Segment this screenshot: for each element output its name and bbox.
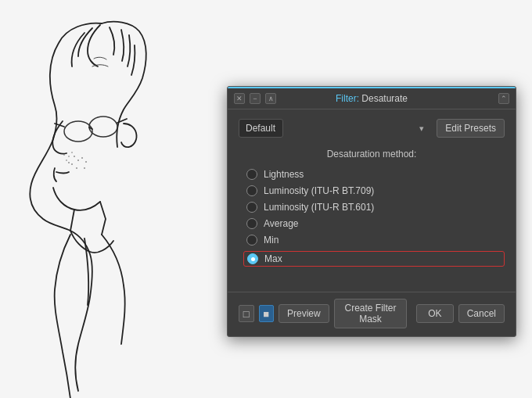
radio-label-average: Average: [264, 218, 298, 229]
radio-luminosity-709[interactable]: [246, 185, 257, 196]
section-label: Desaturation method:: [239, 149, 505, 160]
radio-label-min: Min: [264, 235, 279, 246]
dialog-footer: □ ■ Preview Create Filter Mask OK Cancel: [228, 292, 516, 336]
radio-label-max: Max: [264, 253, 282, 264]
radio-label-lightness: Lightness: [264, 169, 304, 180]
svg-point-9: [84, 167, 85, 169]
desaturation-method-group: Lightness Luminosity (ITU-R BT.709) Lumi…: [239, 169, 505, 267]
preset-select-wrapper: Default: [239, 119, 430, 138]
edit-presets-button[interactable]: Edit Presets: [437, 119, 505, 138]
preset-select[interactable]: Default: [239, 119, 283, 138]
dialog-titlebar: ✕ − ∧ Filter: Desaturate ⌃: [228, 88, 516, 109]
svg-point-12: [66, 160, 66, 160]
svg-point-5: [76, 167, 77, 169]
preview-icon-button[interactable]: ■: [259, 305, 275, 322]
title-name: Desaturate: [361, 93, 408, 104]
dialog-title: Filter: Desaturate: [281, 93, 494, 104]
svg-point-8: [85, 161, 87, 163]
svg-point-4: [71, 163, 73, 165]
svg-point-0: [64, 121, 92, 142]
dialog-body: Default Edit Presets Desaturation method…: [228, 109, 516, 292]
svg-point-1: [89, 117, 117, 137]
svg-point-2: [74, 156, 75, 157]
radio-option-luminosity-601[interactable]: Luminosity (ITU-R BT.601): [246, 202, 505, 213]
sketch-illustration: [0, 0, 250, 398]
radio-option-luminosity-709[interactable]: Luminosity (ITU-R BT.709): [246, 185, 505, 196]
close-button[interactable]: ✕: [234, 93, 245, 104]
radio-option-min[interactable]: Min: [246, 235, 505, 246]
svg-point-11: [68, 156, 69, 156]
preset-row: Default Edit Presets: [239, 119, 505, 138]
preview-button[interactable]: Preview: [279, 304, 329, 323]
minimize-button[interactable]: −: [250, 93, 261, 104]
svg-point-3: [77, 160, 79, 161]
radio-label-luminosity-601: Luminosity (ITU-R BT.601): [264, 202, 374, 213]
svg-point-10: [71, 152, 72, 152]
filter-dialog: ✕ − ∧ Filter: Desaturate ⌃ Default Edit …: [227, 86, 516, 337]
radio-luminosity-601[interactable]: [246, 202, 257, 213]
cancel-button[interactable]: Cancel: [458, 304, 505, 323]
svg-point-7: [81, 157, 83, 159]
layers-icon-button[interactable]: □: [239, 305, 254, 322]
svg-point-13: [63, 154, 64, 155]
radio-option-average[interactable]: Average: [246, 218, 505, 229]
radio-label-luminosity-709: Luminosity (ITU-R BT.709): [264, 185, 374, 196]
radio-option-lightness[interactable]: Lightness: [246, 169, 505, 180]
svg-point-6: [68, 162, 70, 163]
radio-min[interactable]: [246, 235, 257, 246]
ok-button[interactable]: OK: [416, 304, 453, 323]
radio-option-max[interactable]: Max: [243, 251, 505, 267]
expand-button[interactable]: ∧: [265, 93, 276, 104]
create-filter-mask-button[interactable]: Create Filter Mask: [334, 299, 408, 328]
radio-lightness[interactable]: [246, 169, 257, 180]
radio-max[interactable]: [247, 253, 258, 264]
collapse-button[interactable]: ⌃: [498, 93, 509, 104]
title-accent: Filter:: [336, 93, 359, 104]
radio-average[interactable]: [246, 218, 257, 229]
